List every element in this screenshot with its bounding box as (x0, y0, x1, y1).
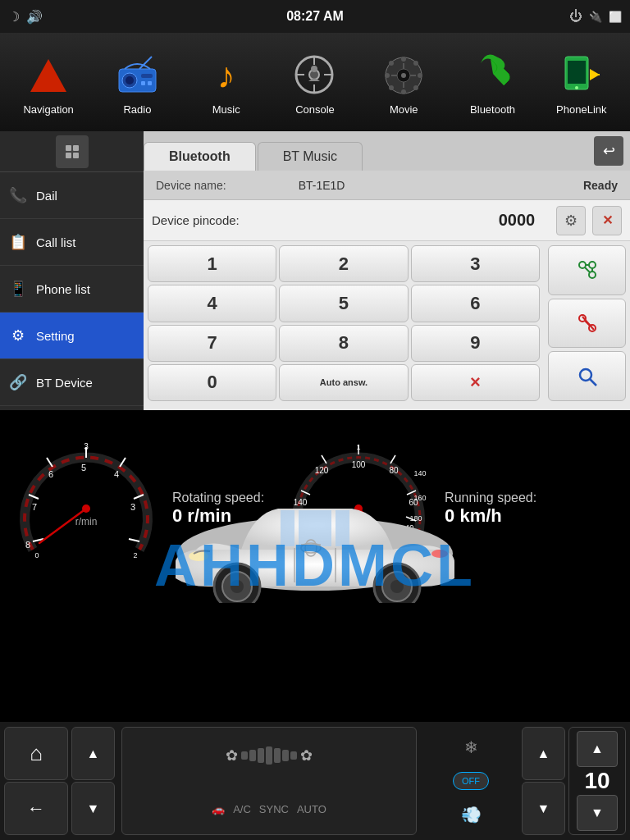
nav-label-bluetooth: Bluetooth (470, 103, 515, 116)
svg-line-48 (590, 379, 596, 386)
nav-item-console[interactable]: Console (274, 48, 356, 116)
fan-down-button[interactable]: ▼ (71, 782, 115, 835)
ac-vent-icon: 🚗 (212, 803, 225, 815)
bottom-controls: ⌂ ← ▲ ▼ ✿ ✿ 🚗 (0, 722, 630, 840)
gear-icon: ⚙ (564, 212, 578, 230)
nav-item-movie[interactable]: Movie (363, 48, 445, 116)
home-button[interactable]: ⌂ (4, 727, 68, 780)
nav-item-phonelink[interactable]: PhoneLink (541, 48, 623, 116)
nav-label-phonelink: PhoneLink (556, 103, 606, 116)
back-icon: ← (27, 798, 45, 819)
bt-main: Bluetooth BT Music ↩ Device name: BT-1E1… (144, 131, 630, 410)
auto-label: AUTO (297, 803, 326, 815)
key-0[interactable]: 0 (148, 364, 276, 401)
temp-down-button[interactable]: ▼ (577, 795, 618, 831)
nav-item-bluetooth[interactable]: Bluetooth (452, 48, 534, 116)
usb-icon: 🔌 (589, 11, 602, 23)
disconnect-button[interactable] (548, 299, 626, 349)
sidebar-item-calllist[interactable]: 📋 Call list (0, 219, 144, 266)
nav-label-music: Music (212, 103, 240, 116)
pincode-settings-button[interactable]: ⚙ (556, 206, 586, 235)
svg-point-99 (231, 580, 244, 593)
action-buttons (544, 241, 630, 405)
svg-point-24 (413, 85, 418, 90)
nav-item-radio[interactable]: Radio (96, 48, 178, 116)
ac-defrost-icon: ❄ (464, 737, 478, 757)
svg-point-16 (401, 73, 406, 78)
nav-label-radio: Radio (123, 103, 151, 116)
svg-text:3: 3 (130, 502, 135, 512)
phonelist-icon: 📱 (8, 280, 28, 298)
sidebar-item-setting[interactable]: ⚙ Setting (0, 313, 144, 359)
power-off-button[interactable]: OFF (453, 772, 489, 790)
fan-bar-4 (266, 746, 272, 765)
svg-point-17 (401, 57, 406, 62)
nav-label-movie: Movie (390, 103, 418, 116)
btdevice-label: BT Device (36, 376, 93, 390)
ac-labels-row: 🚗 A/C SYNC AUTO (212, 803, 326, 815)
ac-up-button[interactable]: ▲ (522, 727, 565, 780)
svg-point-31 (575, 86, 578, 89)
svg-line-46 (582, 317, 594, 330)
keypad: 1 2 3 4 5 6 7 8 9 0 Auto answ. × (144, 241, 544, 405)
bluetooth-icon (468, 48, 518, 102)
radio-icon (112, 48, 162, 102)
key-auto-answer[interactable]: Auto answ. (279, 364, 408, 401)
down-arrow-icon: ▼ (87, 801, 100, 816)
connect-button[interactable] (548, 245, 626, 295)
key-1[interactable]: 1 (148, 245, 276, 282)
tab-bluetooth[interactable]: Bluetooth (144, 142, 256, 171)
key-2[interactable]: 2 (279, 245, 408, 282)
pincode-delete-button[interactable]: ✕ (592, 206, 622, 235)
svg-point-103 (189, 551, 208, 561)
nav-item-music[interactable]: ♪ Music (185, 48, 267, 116)
svg-rect-30 (568, 61, 586, 84)
fan-bars (241, 746, 297, 765)
svg-point-23 (389, 85, 394, 90)
sidebar-item-btdevice[interactable]: 🔗 BT Device (0, 359, 144, 406)
key-cancel[interactable]: × (411, 364, 540, 401)
navigation-icon (24, 48, 73, 102)
ac-down-button[interactable]: ▼ (522, 782, 565, 835)
fan-up-button[interactable]: ▲ (71, 727, 115, 780)
svg-point-40 (589, 262, 596, 268)
top-nav: Navigation Radio ♪ (0, 33, 630, 131)
speaker-icon: 🔊 (26, 9, 43, 25)
setting-label: Setting (36, 329, 75, 343)
dial-label: Dail (36, 189, 57, 203)
key-3[interactable]: 3 (411, 245, 540, 282)
back-button[interactable]: ↩ (594, 136, 623, 166)
temp-value: 10 (584, 768, 609, 794)
status-time: 08:27 AM (286, 9, 344, 24)
fan-icons-row: ✿ ✿ (226, 746, 313, 765)
svg-rect-5 (141, 81, 145, 85)
svg-point-20 (418, 73, 422, 78)
key-9[interactable]: 9 (411, 325, 540, 362)
up-arrow-icon: ▲ (87, 746, 100, 761)
key-5[interactable]: 5 (279, 285, 408, 322)
device-name-value: BT-1E1D (299, 179, 583, 192)
rpm-gauge: 5 4 3 6 7 8 3 0 2 r/min (16, 435, 164, 582)
tab-bt-music[interactable]: BT Music (258, 142, 363, 171)
temp-up-button[interactable]: ▲ (577, 731, 618, 767)
key-4[interactable]: 4 (148, 285, 276, 322)
fan-bar-3 (258, 748, 264, 763)
svg-point-18 (401, 89, 406, 94)
svg-point-19 (385, 73, 390, 78)
delete-icon: ✕ (602, 212, 613, 228)
back-nav-button[interactable]: ← (4, 782, 68, 835)
svg-point-22 (413, 61, 418, 66)
svg-point-13 (311, 66, 317, 72)
svg-point-47 (580, 369, 591, 381)
sidebar-item-phonelist[interactable]: 📱 Phone list (0, 266, 144, 313)
search-button[interactable] (548, 351, 626, 401)
key-7[interactable]: 7 (148, 325, 276, 362)
nav-item-navigation[interactable]: Navigation (7, 48, 89, 116)
music-icon: ♪ (202, 48, 251, 102)
window-icon: ⬜ (609, 11, 622, 23)
key-6[interactable]: 6 (411, 285, 540, 322)
sidebar-item-dial[interactable]: 📞 Dail (0, 172, 144, 219)
nav-buttons: ⌂ ← (4, 727, 70, 835)
key-8[interactable]: 8 (279, 325, 408, 362)
calllist-icon: 📋 (8, 233, 28, 251)
